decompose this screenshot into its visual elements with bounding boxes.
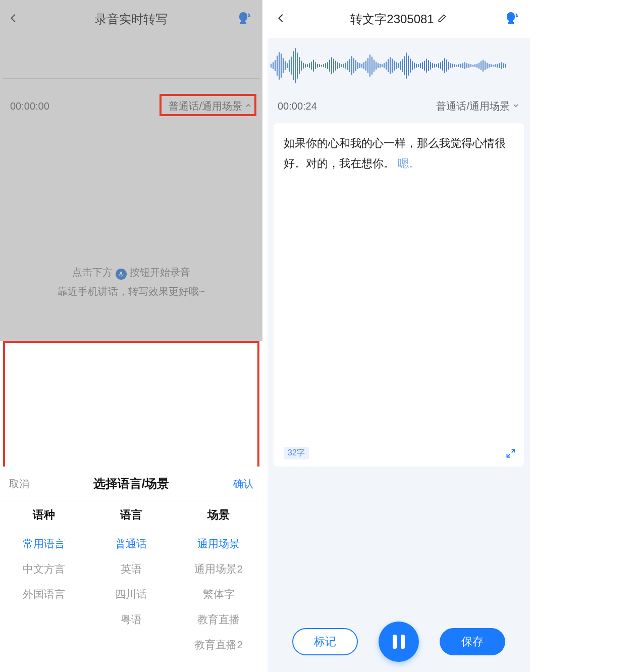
picker-option[interactable]: 通用场景 (197, 537, 240, 551)
hint-line1a: 点击下方 (72, 267, 113, 278)
column-scene: 场景 通用场景 通用场景2 繁体字 教育直播 教育直播2 (175, 507, 262, 652)
sheet-header: 取消 选择语言/场景 确认 (0, 467, 262, 501)
picker-option[interactable]: 繁体字 (203, 587, 235, 601)
language-selector-label: 普通话/通用场景 (436, 99, 510, 113)
picker-option[interactable]: 四川话 (115, 587, 147, 601)
speaker-voice-icon[interactable] (236, 10, 252, 28)
picker-option[interactable]: 中文方言 (23, 562, 65, 576)
chevron-down-icon (512, 100, 520, 112)
expand-icon[interactable] (506, 448, 516, 460)
picker-option[interactable]: 教育直播 (197, 612, 240, 627)
confirm-button[interactable]: 确认 (233, 477, 253, 491)
screen-record: 录音实时转写 00:00:00 普通话/通用场景 点击下方 按钮开始录音 靠近手… (0, 0, 262, 672)
picker-option[interactable]: 英语 (121, 562, 142, 576)
column-lang: 语言 普通话 英语 四川话 粤语 (87, 507, 175, 652)
chevron-up-icon (244, 100, 252, 112)
info-row: 00:00:00 普通话/通用场景 (0, 93, 262, 119)
microphone-icon (116, 269, 127, 280)
page-title: 转文字2305081 (268, 11, 530, 27)
transcript-text[interactable]: 如果你的心和我的心一样，那么我觉得心情很好。对的，我在想你。 嗯。 (284, 133, 514, 173)
hint-line1b: 按钮开始录音 (130, 267, 190, 278)
sheet-title: 选择语言/场景 (93, 476, 170, 492)
action-bar: 标记 保存 (268, 622, 530, 662)
transcript-panel: 如果你的心和我的心一样，那么我觉得心情很好。对的，我在想你。 嗯。 32字 (274, 123, 524, 467)
picker-option[interactable]: 教育直播2 (194, 638, 243, 652)
waveform-audio[interactable] (268, 38, 530, 93)
col-head-scene: 场景 (207, 507, 230, 523)
char-count-badge: 32字 (284, 447, 309, 459)
picker-option[interactable]: 常用语言 (23, 537, 65, 551)
mark-button[interactable]: 标记 (292, 628, 358, 655)
picker-option[interactable]: 粤语 (121, 612, 142, 627)
language-selector-label: 普通话/通用场景 (169, 99, 242, 113)
header: 转文字2305081 (268, 0, 530, 38)
svg-rect-0 (120, 272, 122, 275)
record-hint: 点击下方 按钮开始录音 靠近手机讲话，转写效果更好哦~ (0, 263, 262, 301)
elapsed-time: 00:00:00 (10, 100, 49, 112)
language-selector[interactable]: 普通话/通用场景 (169, 99, 252, 113)
column-type: 语种 常用语言 中文方言 外国语言 (0, 507, 87, 652)
hint-line2: 靠近手机讲话，转写效果更好哦~ (0, 282, 262, 301)
info-row: 00:00:24 普通话/通用场景 (268, 93, 530, 119)
transcript-main: 如果你的心和我的心一样，那么我觉得心情很好。对的，我在想你。 (284, 137, 506, 170)
page-title: 录音实时转写 (0, 11, 262, 27)
picker-option[interactable]: 普通话 (115, 537, 147, 551)
picker-option[interactable]: 通用场景2 (194, 562, 243, 576)
language-sheet: 取消 选择语言/场景 确认 语种 常用语言 中文方言 外国语言 语言 普通话 英… (0, 467, 262, 672)
edit-icon[interactable] (435, 12, 447, 26)
header: 录音实时转写 (0, 0, 262, 38)
cancel-button[interactable]: 取消 (9, 477, 29, 491)
language-selector[interactable]: 普通话/通用场景 (436, 99, 520, 113)
speaker-voice-icon[interactable] (504, 10, 520, 28)
transcript-hint: 嗯。 (398, 157, 420, 170)
sheet-columns: 语种 常用语言 中文方言 外国语言 语言 普通话 英语 四川话 粤语 场景 通用… (0, 501, 262, 672)
screen-transcript: 转文字2305081 00:00:24 普通话/通用场景 如果你的心和我的心一样… (268, 0, 530, 672)
col-head-type: 语种 (33, 507, 55, 523)
picker-option[interactable]: 外国语言 (23, 587, 65, 601)
waveform-empty (0, 38, 262, 93)
pause-button[interactable] (379, 622, 419, 662)
elapsed-time: 00:00:24 (278, 100, 317, 112)
col-head-lang: 语言 (120, 507, 142, 523)
save-button[interactable]: 保存 (440, 628, 505, 655)
title-text: 转文字2305081 (350, 11, 434, 27)
